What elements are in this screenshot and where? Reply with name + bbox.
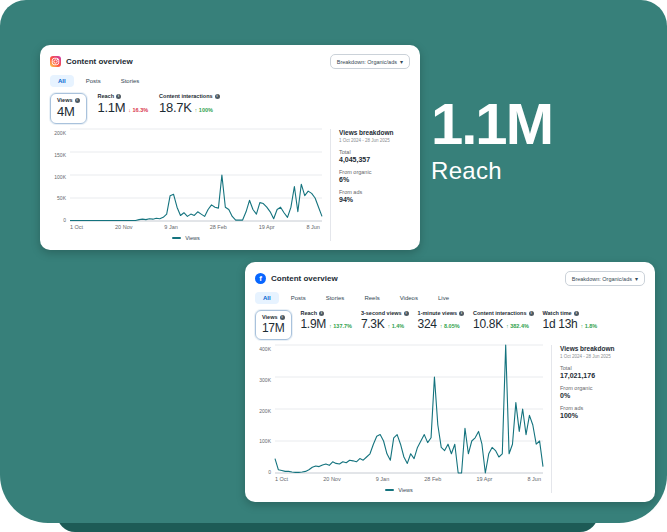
breakdown-row-label: From ads (339, 189, 410, 195)
breakdown-title: Views breakdown (339, 129, 410, 136)
metric-reach[interactable]: Reachi 1.1M↓ 16.3% (98, 93, 149, 115)
chevron-down-icon: ▾ (400, 58, 403, 65)
tab-live[interactable]: Live (430, 292, 457, 304)
metric-delta: ↑ 100% (195, 107, 213, 113)
info-icon: i (75, 98, 80, 103)
views-breakdown-panel: Views breakdown 1 Oct 2024 - 28 Jun 2025… (551, 345, 645, 493)
tab-posts[interactable]: Posts (283, 292, 314, 304)
metric-1-minute-views[interactable]: 1-minute viewsi 324↑ 8.05% (418, 310, 464, 331)
card-title-group: Content overview (50, 56, 133, 67)
breakdown-row-value: 0% (560, 392, 645, 399)
card-body: 200K150K100K50K0 1 Oct20 Nov9 Jan28 Feb1… (50, 129, 410, 241)
breakdown-date-range: 1 Oct 2024 - 28 Jun 2025 (560, 354, 645, 359)
info-icon: i (116, 94, 121, 99)
info-icon: i (459, 311, 464, 316)
metric-delta: ↑ 8.05% (440, 323, 460, 329)
legend-label: Views (185, 235, 200, 241)
content-overview-card-instagram: Content overview Breakdown: Organic/ads … (40, 45, 420, 250)
metric-content-interactions[interactable]: Content interactionsi 10.8K↑ 382.4% (473, 310, 533, 331)
metric-label: Views (262, 314, 278, 320)
chart-legend: Views (255, 487, 543, 493)
metrics-row: Viewsi 4M Reachi 1.1M↓ 16.3% Content int… (50, 93, 410, 124)
metric-delta: ↑ 137.7% (329, 323, 352, 329)
tab-all[interactable]: All (255, 292, 279, 304)
y-axis-labels: 200K150K100K50K0 (50, 129, 70, 221)
metric-delta: ↑ 1.8% (580, 323, 597, 329)
breakdown-dropdown[interactable]: Breakdown: Organic/ads ▾ (330, 54, 410, 69)
breakdown-row-label: Total (560, 365, 645, 371)
metric-label: Content interactions (159, 93, 212, 99)
metric-content-interactions[interactable]: Content interactionsi 18.7K↑ 100% (159, 93, 219, 115)
breakdown-row-value: 100% (560, 412, 645, 419)
breakdown-dropdown[interactable]: Breakdown: Organic/ads ▾ (565, 271, 645, 286)
metric-label: Content interactions (473, 310, 526, 316)
breakdown-title: Views breakdown (560, 345, 645, 352)
marketing-graphic: Content overview Breakdown: Organic/ads … (0, 0, 667, 532)
breakdown-row-label: Total (339, 149, 410, 155)
metric-reach[interactable]: Reachi 1.9M↑ 137.7% (301, 310, 352, 331)
breakdown-date-range: 1 Oct 2024 - 28 Jun 2025 (339, 138, 410, 143)
breakdown-row-label: From organic (560, 385, 645, 391)
info-icon: i (215, 94, 220, 99)
card-header: Content overview Breakdown: Organic/ads … (50, 54, 410, 69)
metric-value: 18.7K (159, 100, 191, 115)
chevron-down-icon: ▾ (635, 275, 638, 282)
metric-value: 10.8K (473, 317, 503, 331)
metric-value: 7.3K (361, 317, 385, 331)
card-body: 400K300K200K100K0 1 Oct20 Nov9 Jan28 Feb… (255, 345, 645, 493)
hero-stat-value: 1.1M (431, 94, 552, 155)
chart-legend: Views (50, 235, 322, 241)
card-header: f Content overview Breakdown: Organic/ad… (255, 271, 645, 286)
tab-videos[interactable]: Videos (392, 292, 426, 304)
x-axis-labels: 1 Oct20 Nov9 Jan28 Feb19 Apr8 Jun (70, 224, 320, 230)
metric-label: 1-minute views (418, 310, 457, 316)
info-icon: i (319, 311, 324, 316)
metric-label: 3-second views (361, 310, 402, 316)
x-axis-labels: 1 Oct20 Nov9 Jan28 Feb19 Apr8 Jun (275, 476, 541, 482)
instagram-icon (50, 56, 61, 67)
metric-views[interactable]: Viewsi 4M (50, 93, 87, 124)
breakdown-row-value: 4,045,357 (339, 156, 410, 163)
card-title: Content overview (271, 274, 338, 283)
metric-value: 1.9M (301, 317, 326, 331)
legend-label: Views (398, 487, 413, 493)
metric-3-second-views[interactable]: 3-second viewsi 7.3K↑ 1.4% (361, 310, 409, 331)
info-icon: i (574, 311, 579, 316)
views-line-chart: 400K300K200K100K0 1 Oct20 Nov9 Jan28 Feb… (255, 345, 543, 493)
content-type-tabs: All Posts Stories Reels Videos Live (255, 292, 645, 304)
breakdown-row-value: 94% (339, 196, 410, 203)
tab-all[interactable]: All (50, 75, 74, 87)
metric-value: 17M (262, 321, 284, 335)
tab-stories[interactable]: Stories (318, 292, 353, 304)
content-overview-card-facebook: f Content overview Breakdown: Organic/ad… (245, 262, 655, 502)
tab-reels[interactable]: Reels (356, 292, 387, 304)
metric-delta: ↑ 382.4% (506, 323, 529, 329)
breakdown-row-value: 17,021,176 (560, 372, 645, 379)
metric-views[interactable]: Viewsi 17M (255, 310, 292, 340)
content-type-tabs: All Posts Stories (50, 75, 410, 87)
info-icon: i (280, 315, 285, 320)
breakdown-row-label: From ads (560, 405, 645, 411)
views-line-chart: 200K150K100K50K0 1 Oct20 Nov9 Jan28 Feb1… (50, 129, 322, 241)
metric-value: 4M (57, 104, 74, 119)
card-title-group: f Content overview (255, 273, 338, 284)
breakdown-dropdown-label: Breakdown: Organic/ads (337, 59, 397, 65)
breakdown-row-label: From organic (339, 169, 410, 175)
breakdown-row-value: 6% (339, 176, 410, 183)
metric-label: Watch time (543, 310, 572, 316)
breakdown-dropdown-label: Breakdown: Organic/ads (572, 276, 632, 282)
metric-watch-time[interactable]: Watch timei 1d 13h↑ 1.8% (543, 310, 598, 331)
legend-dash-icon (385, 489, 394, 491)
card-title: Content overview (66, 57, 133, 66)
metric-value: 1d 13h (543, 317, 578, 331)
metrics-row: Viewsi 17M Reachi 1.9M↑ 137.7% 3-second … (255, 310, 645, 340)
tab-stories[interactable]: Stories (113, 75, 148, 87)
plot-area (275, 345, 543, 473)
metric-delta: ↑ 1.4% (387, 323, 404, 329)
metric-delta: ↓ 16.3% (128, 107, 148, 113)
metric-label: Reach (301, 310, 318, 316)
metric-value: 1.1M (98, 100, 126, 115)
facebook-icon: f (255, 273, 266, 284)
tab-posts[interactable]: Posts (78, 75, 109, 87)
plot-area (70, 129, 322, 221)
